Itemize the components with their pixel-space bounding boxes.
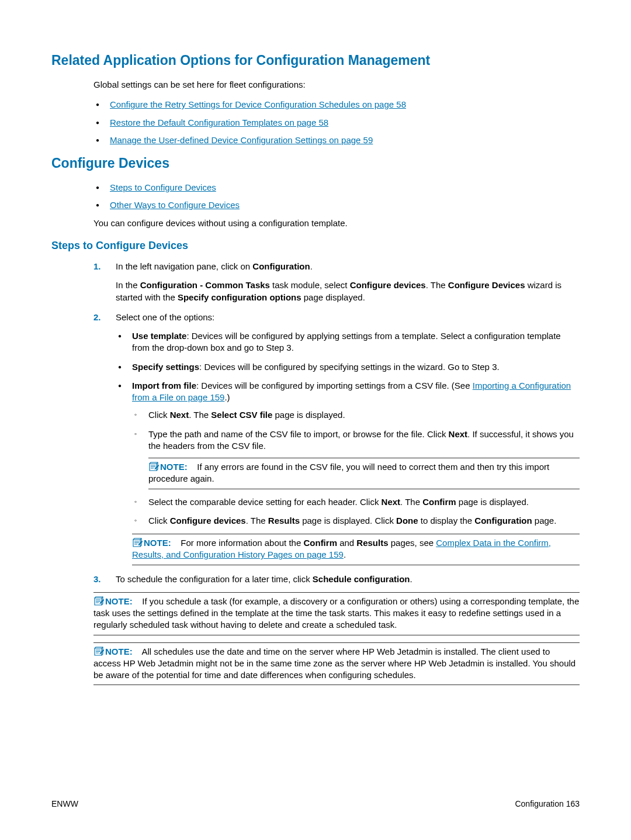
section2-body: Steps to Configure Devices Other Ways to… xyxy=(93,182,580,229)
substep-click-configure: Click Configure devices. The Results pag… xyxy=(132,515,580,527)
note-csv-errors: NOTE: If any errors are found in the CSV… xyxy=(148,458,580,489)
substep-select-csv: Click Next. The Select CSV file page is … xyxy=(132,409,580,421)
note-confirm-results-info: NOTE: For more information about the Con… xyxy=(132,534,580,565)
heading-configure-devices: Configure Devices xyxy=(51,154,580,172)
option-import-from-file: Import from file: Devices will be config… xyxy=(116,380,580,565)
list-item: Steps to Configure Devices xyxy=(93,182,580,193)
page-content: Related Application Options for Configur… xyxy=(0,0,631,717)
section1-intro: Global settings can be set here for flee… xyxy=(93,79,580,91)
step-3: To schedule the configuration for a late… xyxy=(93,573,580,686)
steps-list: In the left navigation pane, click on Co… xyxy=(93,261,580,685)
step-1: In the left navigation pane, click on Co… xyxy=(93,261,580,303)
section3-body: In the left navigation pane, click on Co… xyxy=(93,261,580,685)
note-icon xyxy=(148,462,159,471)
option-specify-settings: Specify settings: Devices will be config… xyxy=(116,361,580,373)
section2-para: You can configure devices without using … xyxy=(93,217,580,229)
option-use-template: Use template: Devices will be configured… xyxy=(116,330,580,354)
list-item: Restore the Default Configuration Templa… xyxy=(93,117,580,129)
step-2: Select one of the options: Use template:… xyxy=(93,312,580,565)
page-footer: ENWW Configuration 163 xyxy=(51,798,580,810)
step2-intro: Select one of the options: xyxy=(116,312,580,323)
note-icon xyxy=(132,538,143,547)
link-steps-to-configure[interactable]: Steps to Configure Devices xyxy=(110,182,216,192)
note-icon xyxy=(93,596,104,606)
note-schedule-timezone: NOTE: All schedules use the date and tim… xyxy=(93,642,580,686)
step1-p1: In the left navigation pane, click on Co… xyxy=(116,261,580,272)
substep-type-path: Type the path and name of the CSV file t… xyxy=(132,428,580,489)
link-retry-settings[interactable]: Configure the Retry Settings for Device … xyxy=(110,99,406,109)
substep-select-comparable: Select the comparable device setting for… xyxy=(132,496,580,508)
step2-options: Use template: Devices will be configured… xyxy=(116,330,580,565)
section1-link-list: Configure the Retry Settings for Device … xyxy=(93,99,580,146)
link-other-ways-to-configure[interactable]: Other Ways to Configure Devices xyxy=(110,200,240,210)
footer-right: Configuration 163 xyxy=(515,798,580,810)
note-icon xyxy=(93,647,104,656)
section1-body: Global settings can be set here for flee… xyxy=(93,79,580,146)
list-item: Configure the Retry Settings for Device … xyxy=(93,99,580,110)
heading-related-app-options: Related Application Options for Configur… xyxy=(51,51,580,70)
step1-p2: In the Configuration - Common Tasks task… xyxy=(116,279,580,303)
list-item: Manage the User-defined Device Configura… xyxy=(93,134,580,146)
heading-steps-to-configure: Steps to Configure Devices xyxy=(51,238,580,253)
step3-p1: To schedule the configuration for a late… xyxy=(116,573,580,585)
footer-left: ENWW xyxy=(51,798,78,810)
section2-link-list: Steps to Configure Devices Other Ways to… xyxy=(93,182,580,212)
import-substeps: Click Next. The Select CSV file page is … xyxy=(132,409,580,527)
link-manage-user-defined-settings[interactable]: Manage the User-defined Device Configura… xyxy=(110,135,373,145)
link-restore-default-templates[interactable]: Restore the Default Configuration Templa… xyxy=(110,117,328,127)
note-schedule-task-template: NOTE: If you schedule a task (for exampl… xyxy=(93,592,580,635)
list-item: Other Ways to Configure Devices xyxy=(93,199,580,211)
